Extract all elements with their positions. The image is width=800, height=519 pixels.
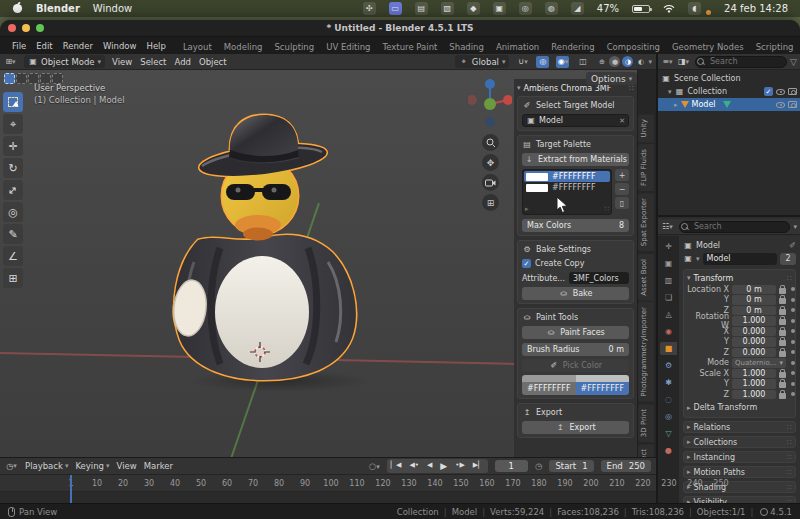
stocks-app-icon[interactable]: ▧ — [441, 2, 454, 15]
start-frame-field[interactable]: Start 1 — [549, 460, 593, 472]
animate-dot[interactable] — [791, 371, 795, 375]
users-count-badge[interactable]: 2 — [780, 253, 796, 265]
lock-icon[interactable] — [779, 340, 786, 346]
workspace-tab[interactable]: Compositing — [601, 39, 666, 54]
frame-tick[interactable]: 10 — [84, 479, 110, 488]
sidebar-tab[interactable]: PhotogrammetryImporter — [638, 302, 654, 402]
select-mode-subtract[interactable] — [28, 73, 39, 84]
frame-tick[interactable]: 70 — [240, 479, 266, 488]
frame-tick[interactable]: 200 — [578, 479, 604, 488]
timeline-ruler[interactable]: 1102030405060708090100110120130140150160… — [0, 475, 656, 492]
rendered-shading-icon[interactable]: ◐ — [635, 56, 646, 67]
marker-menu[interactable]: Marker — [144, 461, 173, 471]
eye-icon[interactable] — [776, 89, 785, 95]
collapsed-panel[interactable]: ▸ Instancing ∷ — [683, 451, 796, 463]
create-copy-checkbox[interactable]: ✓ — [522, 259, 531, 268]
frame-tick[interactable]: 20 — [110, 479, 136, 488]
lock-icon[interactable] — [779, 382, 786, 388]
user-switch-icon[interactable]: ◖ — [688, 2, 701, 15]
brush-radius-slider[interactable]: Brush Radius 0 m — [522, 343, 629, 356]
number-field[interactable]: 1.000 — [732, 316, 776, 326]
animate-dot[interactable] — [791, 392, 795, 396]
outliner-search-input[interactable] — [695, 56, 787, 68]
topbar-menu-item[interactable]: File — [7, 41, 31, 51]
sidebar-tab[interactable]: FLIP Fluids — [638, 144, 654, 191]
frame-tick[interactable]: 150 — [448, 479, 474, 488]
number-field[interactable]: 1.000 — [732, 369, 776, 379]
app-icon-chat[interactable]: ◍ — [545, 2, 558, 15]
minimize-window-button[interactable] — [22, 24, 30, 32]
jump-to-end-button[interactable]: ▶▏ — [469, 459, 488, 473]
frame-tick[interactable]: 170 — [500, 479, 526, 488]
transform-panel-header[interactable]: ▾ Transform ∷ — [687, 272, 792, 284]
topbar-menu-item[interactable]: Render — [58, 41, 98, 51]
wifi-icon[interactable] — [663, 4, 675, 13]
cursor-tool[interactable]: ⌖ — [3, 114, 23, 134]
options-dropdown[interactable]: Options ▾ — [586, 72, 637, 85]
export-button[interactable]: ↥ Export — [522, 421, 629, 434]
rotation-mode-dropdown[interactable]: Quaternio... ▾ — [732, 358, 786, 368]
move-tool[interactable]: ✛ — [3, 136, 23, 156]
current-frame-field[interactable]: 1 — [495, 460, 528, 472]
outliner-row-scene-collection[interactable]: ▣ Scene Collection — [658, 72, 800, 85]
animate-dot[interactable] — [791, 319, 795, 323]
expander-icon[interactable]: ▸ — [525, 205, 529, 213]
number-field[interactable]: 0.000 — [732, 327, 776, 337]
viewport-canvas[interactable]: User Perspective (1) Collection | Model … — [0, 70, 656, 457]
lock-icon[interactable] — [779, 319, 786, 325]
collection-checkbox[interactable]: ✓ — [764, 87, 773, 96]
pin-icon[interactable]: ✐ — [789, 241, 796, 250]
workspace-tab[interactable]: Shading — [443, 39, 490, 54]
menubar-app-name[interactable]: Blender — [36, 3, 80, 14]
axis-gizmo[interactable] — [468, 78, 512, 128]
extract-from-materials-button[interactable]: ↓ Extract from Materials — [522, 153, 629, 166]
tab-tool[interactable]: ✛ — [660, 240, 677, 253]
target-model-field[interactable]: ▣ Model ✕ — [522, 114, 629, 127]
frame-tick[interactable]: 160 — [474, 479, 500, 488]
viewport-menu-item[interactable]: Select — [140, 57, 166, 67]
properties-search-input[interactable] — [679, 221, 790, 233]
frame-tick[interactable]: 190 — [552, 479, 578, 488]
palette-color-row[interactable]: #FFFFFFFF — [524, 182, 610, 193]
delete-palette-button[interactable]: ▯ — [615, 197, 629, 209]
maximize-window-button[interactable] — [36, 24, 44, 32]
timeline-channel-strip[interactable] — [0, 492, 656, 503]
outliner-filter-icon[interactable]: ◨▾ — [677, 56, 690, 68]
keying-menu[interactable]: Keying▾ — [75, 461, 109, 471]
number-field[interactable]: 0 m — [732, 285, 776, 295]
funnel-filter-icon[interactable]: ▽ — [790, 57, 797, 67]
frame-tick[interactable]: 230 — [656, 479, 682, 488]
select-mode-new[interactable] — [4, 73, 15, 84]
volume-muted-icon[interactable]: ◢ — [571, 2, 584, 15]
eye-icon[interactable] — [776, 102, 785, 108]
tab-object[interactable]: ■ — [660, 342, 677, 355]
view-menu[interactable]: View — [117, 461, 137, 471]
tab-scene[interactable]: ◬ — [660, 308, 677, 321]
tab-constraints[interactable]: ◎ — [660, 410, 677, 423]
pan-view-hand-icon[interactable]: ✥ — [482, 154, 499, 171]
jump-to-start-button[interactable]: ▏◀ — [387, 459, 406, 473]
max-colors-slider[interactable]: Max Colors 8 — [522, 219, 629, 232]
frame-tick[interactable]: 130 — [396, 479, 422, 488]
scale-tool[interactable]: ↔ — [3, 180, 23, 200]
app-icon-shield[interactable]: ▣ — [493, 2, 506, 15]
overlays-toggle-icon[interactable]: ◫ — [576, 56, 589, 68]
paint-faces-button[interactable]: ⛀ Paint Faces — [522, 326, 629, 339]
transform-tool[interactable]: ◎ — [3, 202, 23, 222]
frame-tick[interactable]: 110 — [344, 479, 370, 488]
outliner-row-collection[interactable]: ▾ ▦ Collection ✓ — [658, 85, 800, 98]
animate-dot[interactable] — [791, 340, 795, 344]
menubar-clock[interactable]: 24 feb 14:28 — [724, 3, 788, 14]
lock-icon[interactable] — [779, 330, 786, 336]
proportional-editing-icon[interactable]: ◎ — [536, 56, 549, 68]
compass-icon[interactable]: ✣ — [363, 2, 376, 15]
frame-tick[interactable]: 30 — [136, 479, 162, 488]
tab-particles[interactable]: ✱ — [660, 376, 677, 389]
paint-color-swatch[interactable]: #FFFFFFFF — [576, 382, 630, 395]
snap-magnet-icon[interactable]: ∪▾ — [516, 56, 529, 68]
gizmo-toggle-icon[interactable]: ◉▾ — [556, 56, 569, 68]
workspace-tab[interactable]: Animation — [490, 39, 545, 54]
prev-keyframe-button[interactable]: ◀• — [405, 459, 423, 473]
frame-tick[interactable]: 90 — [292, 479, 318, 488]
lock-icon[interactable] — [779, 309, 786, 315]
